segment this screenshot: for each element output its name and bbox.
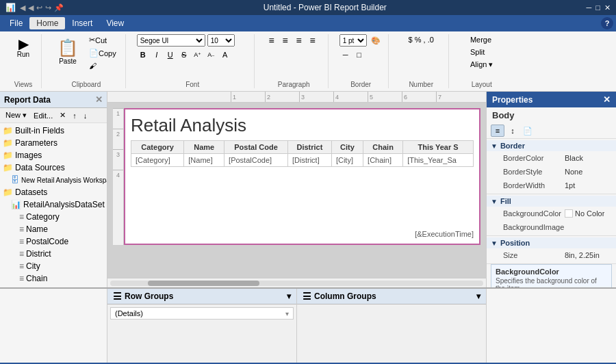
cell-chain[interactable]: [Chain] <box>363 154 403 167</box>
new-button[interactable]: New ▾ <box>3 109 29 121</box>
cell-district[interactable]: [District] <box>287 154 331 167</box>
prop-border-color-row[interactable]: BorderColor Black <box>487 151 616 165</box>
superscript-button[interactable]: A⁺ <box>192 49 204 61</box>
align-left-button[interactable]: ≡ <box>266 34 278 47</box>
run-button[interactable]: ▶ Run <box>11 34 36 61</box>
delete-button[interactable]: ✕ <box>57 109 68 121</box>
tree-data-sources[interactable]: 📁 Data Sources <box>0 161 107 174</box>
scrollbar-thumb[interactable] <box>148 281 260 286</box>
close-btn[interactable]: ✕ <box>604 3 611 12</box>
merge-button[interactable]: Merge <box>467 34 497 45</box>
canvas-scroll-area[interactable]: 1 2 3 4 Retail Analysis Category Name <box>107 103 486 278</box>
paste-button[interactable]: 📋 Paste <box>53 36 83 70</box>
prop-info-text: Specifies the background color of the it… <box>496 277 607 287</box>
font-color-button[interactable]: A <box>219 49 231 61</box>
col-header-city[interactable]: City <box>331 141 363 154</box>
cell-postalcode[interactable]: [PostalCode] <box>224 154 288 167</box>
cell-this-year-sa[interactable]: [This_Year_Sa <box>403 154 474 167</box>
properties-title: Properties <box>492 95 532 105</box>
close-left-panel-button[interactable]: ✕ <box>95 94 103 105</box>
cell-category[interactable]: [Category] <box>131 154 184 167</box>
prop-group-border-header[interactable]: ▼ Border <box>487 140 616 151</box>
bg-color-swatch[interactable] <box>565 209 573 218</box>
column-groups-expand-icon[interactable]: ▾ <box>476 291 480 301</box>
tree-field-city[interactable]: ≡ City <box>0 260 107 272</box>
tree-field-district[interactable]: ≡ District <box>0 248 107 260</box>
menu-insert[interactable]: Insert <box>65 17 99 29</box>
move-up-button[interactable]: ↑ <box>70 109 79 121</box>
col-header-district[interactable]: District <box>287 141 331 154</box>
window-controls[interactable]: ─ □ ✕ <box>587 3 611 12</box>
help-button[interactable]: ? <box>601 17 613 29</box>
col-header-this-year-s[interactable]: This Year S <box>403 141 474 154</box>
col-header-postalcode[interactable]: Postal Code <box>224 141 288 154</box>
align-button[interactable]: Align ▾ <box>467 59 497 70</box>
row-group-details-item[interactable]: (Details) ▾ <box>110 307 294 320</box>
prop-border-width-row[interactable]: BorderWidth 1pt <box>487 179 616 192</box>
prop-bg-image-row[interactable]: BackgroundImage <box>487 220 616 234</box>
cut-button[interactable]: ✂ Cut <box>86 34 120 46</box>
field-icon: ≡ <box>19 261 24 271</box>
border-color-button[interactable]: 🎨 <box>369 34 383 47</box>
tree-dataset-item[interactable]: 📊 RetailAnalysisDataSet <box>0 198 107 211</box>
bold-button[interactable]: B <box>137 49 149 61</box>
font-family-dropdown[interactable]: Segoe UI <box>137 34 205 47</box>
prop-group-fill: ▼ Fill BackgroundColor No Color Backgrou… <box>487 194 616 236</box>
maximize-btn[interactable]: □ <box>595 3 600 12</box>
prop-alphabetical-button[interactable]: ↕ <box>506 125 519 137</box>
close-properties-button[interactable]: ✕ <box>603 94 611 105</box>
col-header-category[interactable]: Category <box>131 141 184 154</box>
horizontal-scrollbar[interactable] <box>107 278 486 287</box>
cell-name[interactable]: [Name] <box>184 154 224 167</box>
strikethrough-button[interactable]: S <box>178 49 190 61</box>
tree-field-chain[interactable]: ≡ Chain <box>0 272 107 285</box>
row-groups-expand-icon[interactable]: ▾ <box>287 291 291 301</box>
prop-size-row[interactable]: Size 8in, 2.25in <box>487 248 616 262</box>
font-size-dropdown[interactable]: 101214 <box>207 34 235 47</box>
copy-button[interactable]: 📄 Copy <box>86 47 120 59</box>
split-button[interactable]: Split <box>467 47 497 57</box>
row-groups-left-blank <box>0 289 107 363</box>
prop-categorized-button[interactable]: ≡ <box>491 125 504 137</box>
prop-group-fill-header[interactable]: ▼ Fill <box>487 196 616 207</box>
justify-button[interactable]: ≡ <box>307 34 319 47</box>
underline-button[interactable]: U <box>164 49 177 61</box>
menu-home[interactable]: Home <box>29 17 65 29</box>
italic-button[interactable]: I <box>151 49 163 61</box>
tree-datasets[interactable]: 📁 Datasets <box>0 186 107 198</box>
menu-view[interactable]: View <box>99 17 131 29</box>
tree-images[interactable]: 📁 Images <box>0 149 107 161</box>
prop-size-label: Size <box>503 251 565 259</box>
subscript-button[interactable]: A₋ <box>205 49 218 61</box>
tree-field-postalcode[interactable]: ≡ PostalCode <box>0 235 107 248</box>
align-right-button[interactable]: ≡ <box>293 34 305 47</box>
prop-group-position: ▼ Position Size 8in, 2.25in <box>487 236 616 264</box>
tree-built-in-fields[interactable]: 📁 Built-in Fields <box>0 125 107 137</box>
tree-parameters[interactable]: 📁 Parameters <box>0 137 107 149</box>
prop-border-color-label: BorderColor <box>503 154 565 162</box>
prop-border-style-row[interactable]: BorderStyle None <box>487 165 616 179</box>
tree-data-source-item[interactable]: 🗄 New Retail Analysis Workspace <box>0 174 107 186</box>
prop-bg-color-row[interactable]: BackgroundColor No Color <box>487 207 616 220</box>
tree-field-category[interactable]: ≡ Category <box>0 211 107 223</box>
align-center-button[interactable]: ≡ <box>279 34 292 47</box>
canvas-area: 1 2 3 4 5 6 7 1 2 3 4 <box>107 92 486 287</box>
cell-city[interactable]: [City] <box>331 154 363 167</box>
title-bar-controls-left[interactable]: ◀ ◀ ↩ ↪ 📌 <box>20 3 64 12</box>
format-painter-button[interactable]: 🖌 <box>86 60 120 71</box>
border-all-button[interactable]: □ <box>353 49 365 61</box>
prop-pages-button[interactable]: 📄 <box>521 125 535 137</box>
menu-file[interactable]: File <box>3 17 29 29</box>
scrollbar-track[interactable] <box>110 281 483 286</box>
number-format-button[interactable]: $ % , .0 <box>405 34 437 45</box>
prop-group-position-header[interactable]: ▼ Position <box>487 237 616 248</box>
minimize-btn[interactable]: ─ <box>587 3 592 12</box>
move-down-button[interactable]: ↓ <box>81 109 90 121</box>
tree-field-name[interactable]: ≡ Name <box>0 223 107 235</box>
edit-button[interactable]: Edit... <box>31 109 55 121</box>
col-header-chain[interactable]: Chain <box>363 141 403 154</box>
border-width-dropdown[interactable]: 1 pt2 pt3 pt <box>339 34 367 47</box>
col-header-name[interactable]: Name <box>184 141 224 154</box>
report-canvas[interactable]: Retail Analysis Category Name Postal Cod… <box>124 108 480 245</box>
border-style-button[interactable]: ─ <box>339 49 352 61</box>
